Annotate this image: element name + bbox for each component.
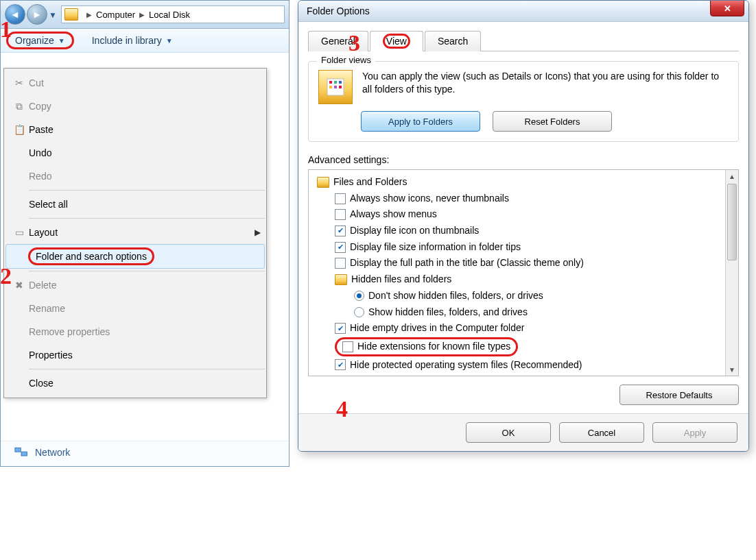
checkbox-unchecked-icon — [342, 341, 353, 352]
organize-button[interactable]: Organize ▼ — [9, 32, 74, 49]
tab-search[interactable]: Search — [425, 31, 481, 51]
include-label: Include in library — [92, 35, 162, 46]
menu-separator — [29, 218, 265, 219]
svg-rect-3 — [329, 81, 332, 84]
dialog-titlebar[interactable]: Folder Options ✕ — [298, 1, 748, 22]
svg-rect-1 — [21, 452, 27, 456]
tree-scrollbar[interactable]: ▲ ▼ — [725, 170, 738, 376]
restore-defaults-button[interactable]: Restore Defaults — [619, 385, 739, 405]
opt-display-size-label: Display file size information in folder … — [350, 240, 521, 255]
menu-redo-label: Redo — [29, 171, 261, 182]
include-in-library-button[interactable]: Include in library ▼ — [92, 35, 173, 46]
svg-rect-7 — [334, 86, 337, 88]
radio-unselected-icon — [354, 307, 364, 317]
menu-separator — [29, 271, 265, 271]
svg-rect-0 — [15, 448, 21, 452]
opt-display-path[interactable]: Display the full path in the title bar (… — [311, 255, 722, 271]
chevron-down-icon: ▼ — [166, 37, 173, 45]
tree-hidden-root-label: Hidden files and folders — [351, 272, 451, 287]
dialog-tabs: General View Search — [308, 30, 739, 51]
menu-separator — [29, 369, 265, 369]
breadcrumb[interactable]: ▶ Computer ▶ Local Disk — [61, 5, 285, 23]
checkbox-unchecked-icon — [335, 258, 346, 269]
opt-always-menus[interactable]: Always show menus — [311, 206, 722, 223]
layout-icon: ▭ — [10, 227, 29, 238]
tab-view[interactable]: View — [370, 31, 423, 51]
chevron-right-icon: ▶ — [135, 11, 149, 19]
menu-close-label: Close — [29, 378, 261, 389]
menu-copy-label: Copy — [29, 101, 261, 112]
scroll-thumb[interactable] — [727, 184, 737, 260]
opt-hidden-show[interactable]: Show hidden files, folders, and drives — [311, 304, 722, 321]
menu-paste-label: Paste — [29, 124, 261, 135]
opt-always-menus-label: Always show menus — [350, 207, 437, 222]
menu-undo[interactable]: Undo — [4, 141, 266, 165]
menu-remove-properties[interactable]: Remove properties — [4, 320, 266, 343]
delete-icon: ✖ — [10, 280, 29, 291]
scroll-down-icon[interactable]: ▼ — [726, 363, 738, 376]
breadcrumb-computer[interactable]: Computer — [96, 10, 135, 20]
opt-always-icons[interactable]: Always show icons, never thumbnails — [311, 191, 722, 207]
opt-hide-empty-label: Hide empty drives in the Computer folder — [350, 321, 524, 336]
menu-undo-label: Undo — [29, 147, 261, 158]
folder-icon — [317, 177, 329, 188]
menu-redo[interactable]: Redo — [4, 165, 266, 188]
chevron-right-icon: ▶ — [255, 228, 261, 237]
opt-hidden-dont[interactable]: Don't show hidden files, folders, or dri… — [311, 288, 722, 304]
checkbox-checked-icon: ✔ — [335, 226, 346, 236]
opt-hidden-dont-label: Don't show hidden files, folders, or dri… — [368, 289, 543, 304]
opt-hidden-show-label: Show hidden files, folders, and drives — [368, 305, 528, 320]
scroll-up-icon[interactable]: ▲ — [726, 170, 738, 182]
menu-layout[interactable]: ▭ Layout ▶ — [4, 221, 266, 244]
folder-views-text: You can apply the view (such as Details … — [362, 70, 729, 96]
arrow-left-icon: ◄ — [10, 9, 20, 20]
folder-views-group: Folder views You can apply the view (suc… — [308, 61, 739, 142]
menu-delete[interactable]: ✖ Delete — [4, 273, 266, 297]
explorer-window: ◄ ► ▼ ▶ Computer ▶ Local Disk Organize ▼… — [0, 0, 290, 467]
menu-copy[interactable]: ⧉ Copy — [4, 95, 266, 118]
menu-selectall-label: Select all — [29, 199, 261, 210]
opt-display-icon-label: Display file icon on thumbnails — [350, 223, 479, 239]
opt-hide-ext[interactable]: Hide extensions for known file types — [311, 337, 722, 357]
checkbox-unchecked-icon — [335, 209, 346, 220]
opt-display-icon[interactable]: ✔ Display file icon on thumbnails — [311, 223, 722, 239]
close-button[interactable]: ✕ — [710, 0, 744, 16]
menu-cut[interactable]: ✂ Cut — [4, 71, 266, 95]
checkbox-checked-icon: ✔ — [335, 359, 346, 370]
nav-history-dropdown[interactable]: ▼ — [49, 10, 57, 19]
apply-to-folders-button[interactable]: Apply to Folders — [361, 111, 480, 132]
opt-hide-empty[interactable]: ✔ Hide empty drives in the Computer fold… — [311, 320, 722, 337]
folder-views-legend: Folder views — [317, 55, 375, 65]
menu-select-all[interactable]: Select all — [4, 193, 266, 216]
opt-always-icons-label: Always show icons, never thumbnails — [350, 191, 509, 206]
explorer-nav-network[interactable]: Network — [1, 441, 289, 466]
apply-button[interactable]: Apply — [652, 422, 737, 443]
organize-menu: ✂ Cut ⧉ Copy 📋 Paste Undo Redo Select al… — [3, 68, 267, 398]
breadcrumb-localdisk[interactable]: Local Disk — [149, 10, 190, 20]
menu-layout-label: Layout — [29, 227, 255, 238]
menu-cut-label: Cut — [29, 77, 261, 88]
cancel-button[interactable]: Cancel — [559, 422, 644, 443]
nav-forward-button[interactable]: ► — [27, 4, 47, 25]
reset-folders-button[interactable]: Reset Folders — [493, 111, 612, 132]
tree-hidden-root: Hidden files and folders — [311, 271, 722, 288]
svg-rect-6 — [329, 86, 332, 88]
folder-options-dialog: Folder Options ✕ General View Search Fol… — [298, 0, 749, 452]
opt-display-size[interactable]: ✔ Display file size information in folde… — [311, 239, 722, 256]
tab-view-label: View — [383, 34, 410, 49]
svg-rect-4 — [334, 81, 337, 84]
dialog-title: Folder Options — [307, 5, 710, 16]
menu-rename[interactable]: Rename — [4, 297, 266, 320]
tree-root-label: Files and Folders — [333, 175, 407, 190]
menu-close[interactable]: Close — [4, 372, 266, 395]
menu-folder-options[interactable]: Folder and search options — [5, 244, 265, 269]
menu-properties[interactable]: Properties — [4, 343, 266, 367]
nav-back-button[interactable]: ◄ — [5, 4, 25, 25]
ok-button[interactable]: OK — [466, 422, 551, 443]
menu-paste[interactable]: 📋 Paste — [4, 118, 266, 141]
tab-general[interactable]: General — [308, 31, 368, 51]
explorer-toolbar: Organize ▼ Include in library ▼ — [1, 29, 289, 53]
menu-removeprops-label: Remove properties — [29, 326, 261, 337]
opt-hide-protected[interactable]: ✔ Hide protected operating system files … — [311, 357, 722, 374]
dialog-footer: OK Cancel Apply — [298, 413, 748, 451]
